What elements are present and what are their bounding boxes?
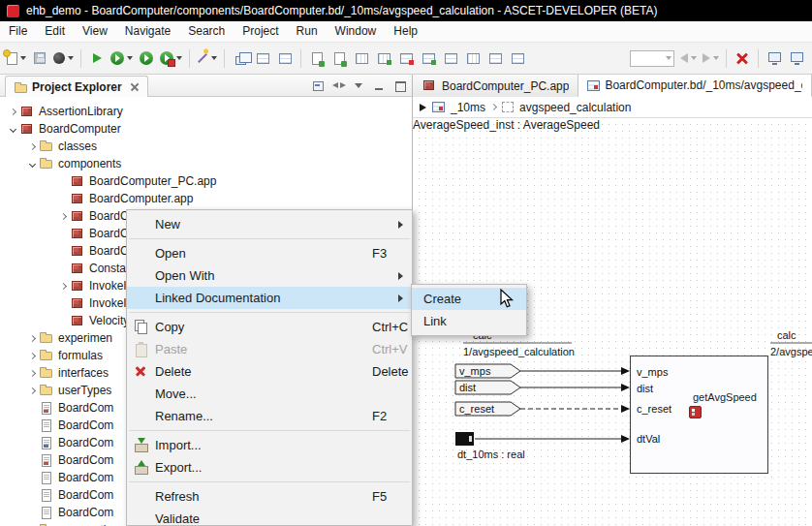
tree-item-label: Consta bbox=[89, 262, 126, 275]
add-page-button[interactable] bbox=[306, 46, 328, 70]
menu-item-export[interactable]: Export... bbox=[127, 456, 412, 479]
tree-item-assertionlibrary[interactable]: AssertionLibrary bbox=[0, 103, 412, 120]
expand-arrow-icon[interactable] bbox=[25, 349, 39, 362]
expand-arrow-icon[interactable] bbox=[56, 279, 70, 293]
menu-item-import[interactable]: Import... bbox=[127, 434, 412, 456]
terminate-button[interactable] bbox=[732, 46, 753, 70]
collapse-all-icon[interactable] bbox=[311, 78, 327, 93]
menu-item-delete[interactable]: DeleteDelete bbox=[127, 360, 412, 383]
grid-view-button-4[interactable] bbox=[507, 46, 528, 70]
menu-item-linked-documentation[interactable]: Linked Documentation bbox=[127, 287, 412, 309]
minimize-icon[interactable] bbox=[372, 78, 388, 93]
history-combo[interactable] bbox=[628, 46, 676, 70]
block-port-c-reset[interactable]: c_reset bbox=[637, 403, 671, 415]
tree-item-boardcomputer[interactable]: BoardComputer bbox=[0, 120, 412, 138]
add-page-button-2[interactable] bbox=[328, 46, 350, 70]
title-bar: ehb_demo - BoardComputer/components/Boar… bbox=[0, 0, 812, 21]
table-view-button-2[interactable] bbox=[274, 46, 296, 70]
submenu-arrow-icon bbox=[398, 221, 403, 229]
diagram-icon bbox=[432, 102, 445, 112]
menu-help[interactable]: Help bbox=[385, 21, 426, 42]
columns-view-button[interactable] bbox=[351, 46, 372, 70]
collapse-arrow-icon[interactable] bbox=[6, 122, 19, 136]
expand-arrow-icon[interactable] bbox=[25, 366, 39, 380]
breadcrumb-item-avgspeed[interactable]: avgspeed_calculation bbox=[519, 101, 631, 114]
breadcrumb-item-10ms[interactable]: _10ms bbox=[451, 101, 485, 114]
block-port-dtval[interactable]: dtVal bbox=[637, 433, 660, 445]
run-button[interactable] bbox=[136, 46, 157, 70]
maximize-icon[interactable] bbox=[392, 78, 408, 93]
menu-file[interactable]: File bbox=[0, 21, 36, 42]
combo-box bbox=[630, 50, 674, 67]
expand-arrow-icon[interactable] bbox=[56, 209, 70, 223]
run-config-button[interactable] bbox=[109, 46, 135, 70]
debug-button[interactable] bbox=[158, 46, 184, 70]
table-icon bbox=[257, 53, 269, 64]
block-port-dist[interactable]: dist bbox=[637, 383, 653, 394]
new-wizard-button[interactable] bbox=[5, 46, 28, 70]
menu-item-open[interactable]: OpenF3 bbox=[127, 242, 412, 264]
editor-window-button-2[interactable] bbox=[786, 46, 807, 70]
sequence-call-label[interactable]: calc bbox=[777, 329, 796, 341]
dt-source-label[interactable]: dt_10ms : real bbox=[457, 449, 525, 460]
sequence-call-target[interactable]: 2/avgspeed_calculation bbox=[770, 346, 812, 357]
input-flag-dist[interactable]: dist bbox=[459, 382, 476, 393]
close-icon[interactable] bbox=[130, 82, 140, 92]
submenu-item-link[interactable]: Link bbox=[412, 310, 526, 332]
grid-view-button-3[interactable] bbox=[484, 46, 506, 70]
menu-shortcut: F2 bbox=[372, 409, 387, 423]
project-explorer-tab[interactable]: Project Explorer bbox=[5, 76, 148, 97]
menu-search[interactable]: Search bbox=[179, 21, 234, 42]
dropdown-caret-icon bbox=[68, 56, 74, 60]
table-view-button[interactable] bbox=[252, 46, 273, 70]
menu-view[interactable]: View bbox=[74, 21, 116, 42]
menu-item-new[interactable]: New bbox=[127, 213, 412, 235]
menu-item-open-with[interactable]: Open With bbox=[127, 264, 412, 287]
workspace-target-button[interactable] bbox=[51, 46, 76, 70]
tree-item-boardcomputer-pc-app[interactable]: BoardComputer_PC.app bbox=[0, 172, 412, 190]
grid-add-button[interactable] bbox=[418, 46, 439, 70]
tree-item-boardcomputer-app[interactable]: BoardComputer.app bbox=[0, 190, 412, 207]
run-build-button[interactable] bbox=[86, 46, 108, 70]
menu-window[interactable]: Window bbox=[327, 21, 386, 42]
validate-wand-button[interactable] bbox=[195, 46, 219, 70]
collapse-arrow-icon[interactable] bbox=[25, 157, 39, 170]
expand-arrow-icon[interactable] bbox=[25, 384, 39, 397]
block-port-v-mps[interactable]: v_mps bbox=[637, 366, 668, 378]
grid-view-button[interactable] bbox=[440, 46, 461, 70]
menu-item-paste[interactable]: PasteCtrl+V bbox=[127, 338, 412, 360]
columns-add-button[interactable] bbox=[373, 46, 394, 70]
menu-item-rename[interactable]: Rename...F2 bbox=[127, 405, 412, 427]
project-icon bbox=[19, 122, 36, 137]
averagespeed-block[interactable]: v_mps dist c_reset dtVal getAvgSpeed bbox=[630, 356, 768, 474]
forward-button[interactable] bbox=[700, 46, 721, 70]
sequence-call-target[interactable]: 1/avgspeed_calculation bbox=[463, 346, 575, 357]
menu-item-validate[interactable]: Validate bbox=[127, 508, 412, 526]
tree-item-classes[interactable]: classes bbox=[0, 138, 412, 155]
tree-item-components[interactable]: components bbox=[0, 155, 412, 172]
link-editor-icon[interactable] bbox=[331, 78, 347, 93]
menu-item-move[interactable]: Move... bbox=[127, 383, 412, 405]
save-button[interactable] bbox=[29, 46, 50, 70]
menu-item-copy[interactable]: CopyCtrl+C bbox=[127, 316, 412, 338]
tab-avgspeed-calculation[interactable]: BoardComputer.bd/_10ms/avgspeed_calculat… bbox=[578, 75, 812, 97]
view-menu-icon[interactable] bbox=[352, 78, 367, 93]
breadcrumb-toggle-icon[interactable] bbox=[420, 104, 426, 111]
tab-boardcomputer-pc-app[interactable]: BoardComputer_PC.app bbox=[413, 75, 578, 97]
method-icon[interactable] bbox=[689, 406, 702, 418]
input-flag-v-mps[interactable]: v_mps bbox=[459, 365, 490, 377]
new-window-button[interactable] bbox=[230, 46, 251, 70]
menu-run[interactable]: Run bbox=[288, 21, 327, 42]
expand-arrow-icon[interactable] bbox=[25, 139, 39, 153]
menu-navigate[interactable]: Navigate bbox=[116, 21, 179, 42]
menu-edit[interactable]: Edit bbox=[36, 21, 74, 42]
back-button[interactable] bbox=[677, 46, 699, 70]
grid-view-button-2[interactable] bbox=[462, 46, 484, 70]
grid-remove-button[interactable] bbox=[395, 46, 417, 70]
menu-item-refresh[interactable]: RefreshF5 bbox=[127, 485, 412, 508]
expand-arrow-icon[interactable] bbox=[25, 331, 39, 345]
input-flag-c-reset[interactable]: c_reset bbox=[459, 403, 494, 415]
expand-arrow-icon[interactable] bbox=[6, 105, 19, 118]
editor-window-button[interactable] bbox=[764, 46, 785, 70]
menu-project[interactable]: Project bbox=[234, 21, 287, 42]
